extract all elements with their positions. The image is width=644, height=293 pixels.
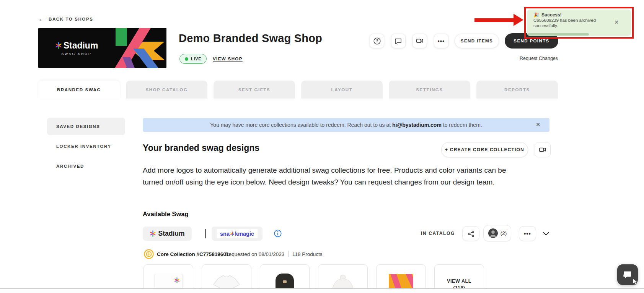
view-shop-link[interactable]: VIEW SHOP — [213, 57, 243, 61]
view-all-label: VIEW ALL — [447, 278, 471, 284]
tab-sent-gifts[interactable]: SENT GIFTS — [214, 81, 295, 99]
available-swag-label: Available Swag — [143, 210, 189, 218]
live-label: LIVE — [191, 57, 201, 61]
video-camera-icon — [538, 146, 547, 154]
toast-close-icon[interactable]: ✕ — [614, 19, 619, 25]
description-text: Add more logos to automatically generate… — [143, 164, 516, 188]
stadium-asterisk-icon — [55, 42, 62, 49]
share-icon — [467, 230, 475, 238]
annotation-arrow-shaft — [474, 18, 515, 22]
sidebar-item-locker-inventory[interactable]: LOCKER INVENTORY — [56, 144, 111, 149]
request-changes-link[interactable]: Request Changes — [520, 56, 558, 61]
info-icon — [274, 229, 282, 238]
snackmagic-asterisk-icon — [230, 231, 235, 236]
more-options-button[interactable]: ••• — [434, 34, 448, 48]
cursor-pointer-icon — [632, 278, 638, 285]
collection-label: Core Collection #C775819601: — [157, 251, 231, 257]
tab-settings[interactable]: SETTINGS — [389, 81, 470, 99]
collection-divider — [288, 251, 289, 257]
brand-divider — [205, 229, 206, 238]
info-button[interactable] — [274, 229, 282, 239]
chat-bubble-icon — [623, 270, 633, 280]
help-button[interactable]: ? — [370, 34, 384, 48]
back-to-shops-link[interactable]: ← BACK TO SHOPS — [38, 15, 93, 23]
tab-layout[interactable]: LAYOUT — [301, 81, 383, 99]
chat-button[interactable] — [391, 34, 406, 48]
app-window: ← BACK TO SHOPS Stadium — [0, 0, 644, 293]
annotation-arrow-icon — [514, 14, 523, 26]
sidebar-item-saved-designs[interactable]: SAVED DESIGNS — [47, 118, 125, 135]
send-items-button[interactable]: SEND ITEMS — [455, 34, 499, 48]
banner-artwork — [111, 28, 166, 68]
stadium-asterisk-icon — [150, 230, 156, 237]
collaborators-button[interactable]: (2) — [483, 225, 511, 241]
back-arrow-icon: ← — [38, 15, 45, 23]
party-popper-icon: 🎉 — [533, 12, 539, 18]
sidebar-item-archived[interactable]: ARCHIVED — [56, 164, 84, 168]
video-button[interactable] — [412, 34, 427, 48]
tab-reports[interactable]: REPORTS — [476, 81, 558, 99]
chat-icon — [395, 37, 402, 45]
tab-shop-catalog[interactable]: SHOP CATALOG — [126, 81, 207, 99]
shop-banner-image: Stadium SWAG SHOP — [38, 28, 166, 68]
toast-progress-bar — [528, 33, 589, 36]
notice-email-link[interactable]: hi@bystadium.com — [392, 122, 442, 128]
collection-more-button[interactable]: ••• — [519, 226, 536, 241]
toast-message-line2: successfully. — [533, 23, 558, 28]
live-status-badge: LIVE — [179, 54, 207, 64]
stadium-chip[interactable]: Stadium — [143, 227, 192, 241]
collapse-button[interactable] — [542, 230, 550, 240]
share-button[interactable] — [462, 226, 479, 241]
video-tutorial-button[interactable] — [535, 142, 551, 157]
help-icon: ? — [373, 37, 381, 45]
notice-close-icon[interactable]: ✕ — [536, 121, 540, 128]
collaborators-count: (2) — [501, 230, 507, 236]
back-to-shops-label: BACK TO SHOPS — [49, 17, 93, 21]
collection-requested-date: Requested on 08/01/2023 — [225, 251, 284, 257]
snackmagic-label-post: kmagic — [235, 231, 254, 237]
toast-message-line1: C655689239 has been archived — [533, 18, 596, 23]
banner-brand-name: Stadium — [64, 40, 98, 51]
success-toast: 🎉 Success! C655689239 has been archived … — [527, 10, 631, 36]
collection-products-count: 118 Products — [292, 251, 323, 257]
viewport-bottom-edge — [0, 288, 644, 293]
notice-banner: You may have more core collections avail… — [143, 118, 549, 132]
notice-text-before: You may have more core collections avail… — [210, 122, 392, 128]
snackmagic-label-pre: sna — [220, 231, 230, 237]
tab-branded-swag[interactable]: BRANDED SWAG — [38, 81, 120, 99]
banner-subtitle: SWAG SHOP — [61, 52, 91, 56]
svg-text:?: ? — [376, 39, 378, 43]
avatar-icon — [488, 228, 498, 238]
live-dot-icon — [185, 57, 188, 61]
in-catalog-label: IN CATALOG — [421, 231, 455, 236]
chevron-down-icon — [542, 230, 550, 238]
create-core-collection-button[interactable]: + CREATE CORE COLLECTION — [441, 142, 528, 157]
video-camera-icon — [416, 37, 424, 45]
sidebar-label-saved-designs: SAVED DESIGNS — [56, 124, 100, 129]
stadium-asterisk-icon — [174, 277, 180, 283]
page-title: Demo Branded Swag Shop — [179, 32, 322, 45]
ellipsis-icon: ••• — [524, 230, 531, 237]
snackmagic-chip[interactable]: sna kmagic — [212, 227, 262, 241]
collection-coin-icon — [144, 249, 154, 261]
stadium-chip-label: Stadium — [158, 230, 184, 238]
notice-text-after: to redeem them. — [442, 122, 482, 128]
section-heading: Your branded swag designs — [143, 143, 259, 153]
ellipsis-icon: ••• — [438, 38, 445, 44]
toast-title: Success! — [541, 12, 562, 18]
